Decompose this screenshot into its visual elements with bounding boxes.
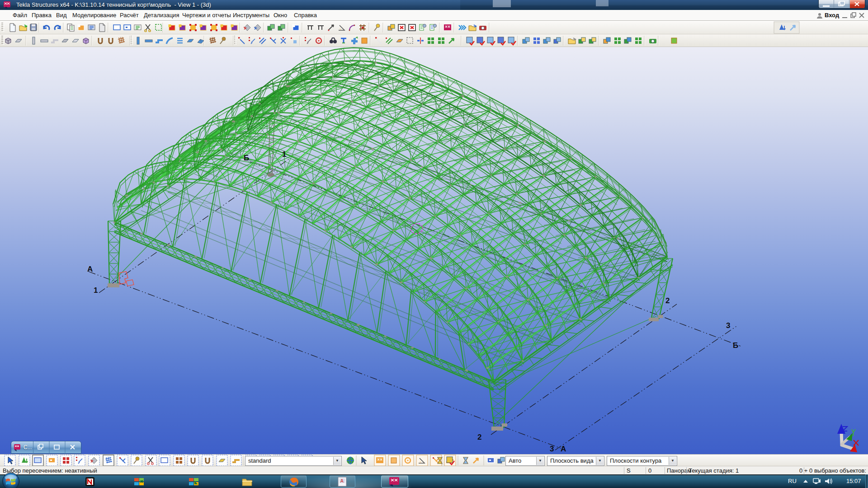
svg-text:А: А xyxy=(87,265,93,273)
svg-text:A: A xyxy=(340,479,344,483)
svg-text:3: 3 xyxy=(726,321,730,330)
svg-text:1: 1 xyxy=(282,150,286,159)
svg-text:А: А xyxy=(561,445,566,453)
svg-text:Б: Б xyxy=(733,341,738,350)
svg-text:2: 2 xyxy=(477,433,481,441)
svg-text:1: 1 xyxy=(94,286,98,295)
svg-text:2: 2 xyxy=(665,296,670,305)
svg-text:Б: Б xyxy=(244,154,249,162)
svg-text:3: 3 xyxy=(550,445,554,453)
